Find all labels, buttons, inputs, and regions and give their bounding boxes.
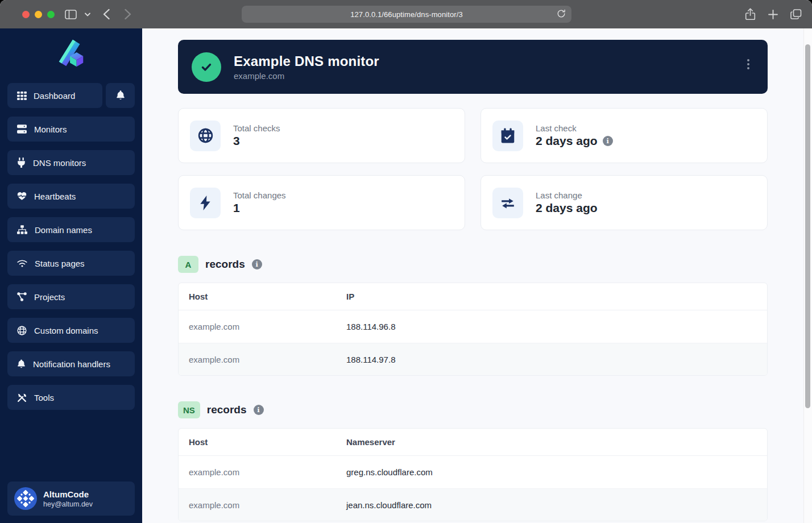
- stat-card-last-check: Last check 2 days ago i: [480, 108, 768, 163]
- monitor-options-kebab-icon[interactable]: [745, 57, 752, 72]
- sidebar-item-projects[interactable]: Projects: [7, 284, 135, 309]
- sidebar-item-tools[interactable]: Tools: [7, 385, 135, 410]
- url-text: 127.0.0.1/66uptime/dns-monitor/3: [350, 10, 463, 19]
- info-icon[interactable]: i: [254, 405, 264, 415]
- bell-icon: [116, 90, 125, 101]
- table-row: example.com greg.ns.cloudflare.com: [179, 456, 767, 488]
- nameserver-cell: greg.ns.cloudflare.com: [336, 467, 443, 477]
- sidebar-item-label: Status pages: [35, 259, 85, 268]
- sidebar-item-notification-handlers[interactable]: Notification handlers: [7, 351, 135, 376]
- sitemap-icon: [17, 225, 27, 234]
- stat-card-last-change: Last change 2 days ago: [480, 175, 768, 230]
- host-cell: example.com: [179, 322, 336, 331]
- table-header-row: Host IP: [179, 283, 767, 310]
- ns-records-section: NS records i Host Nameserver example.com…: [178, 401, 768, 521]
- monitor-hostname: example.com: [234, 71, 379, 81]
- sidebar-item-domain-names[interactable]: Domain names: [7, 217, 135, 242]
- monitor-header-card: Example DNS monitor example.com: [178, 40, 768, 94]
- tools-icon: [17, 393, 27, 402]
- back-button[interactable]: [103, 9, 110, 20]
- table-header-row: Host Nameserver: [179, 429, 767, 456]
- tab-overview-icon[interactable]: [790, 9, 802, 20]
- table-row: example.com 188.114.97.8: [179, 343, 767, 375]
- globe-icon: [17, 326, 27, 335]
- chevron-down-icon[interactable]: [85, 13, 90, 16]
- record-type-badge: NS: [178, 401, 200, 418]
- ns-records-table: Host Nameserver example.com greg.ns.clou…: [178, 428, 768, 521]
- sidebar-item-dns-monitors[interactable]: DNS monitors: [7, 150, 135, 175]
- zoom-window-button[interactable]: [47, 11, 55, 18]
- sidebar-item-label: Monitors: [34, 124, 67, 134]
- browser-window: 127.0.0.1/66uptime/dns-monitor/3: [0, 0, 812, 523]
- info-icon[interactable]: i: [252, 259, 262, 269]
- close-window-button[interactable]: [22, 11, 30, 18]
- stat-card-total-changes: Total changes 1: [178, 175, 465, 230]
- globe-icon: [190, 121, 221, 151]
- info-icon[interactable]: i: [603, 136, 613, 146]
- sidebar-item-label: Custom domains: [34, 326, 98, 335]
- sidebar-item-dashboard[interactable]: Dashboard: [7, 83, 102, 108]
- plug-icon: [17, 157, 26, 168]
- forward-button: [125, 9, 131, 20]
- ip-cell: 188.114.96.8: [336, 322, 405, 331]
- nameserver-cell: jean.ns.cloudflare.com: [336, 500, 442, 510]
- new-tab-icon[interactable]: [768, 10, 778, 19]
- sidebar-item-label: Domain names: [35, 225, 92, 235]
- server-icon: [17, 124, 27, 134]
- stat-label: Last check: [536, 123, 613, 133]
- bolt-icon: [190, 188, 221, 218]
- browser-toolbar: 127.0.0.1/66uptime/dns-monitor/3: [0, 0, 812, 28]
- wifi-icon: [17, 259, 27, 267]
- stat-value: 2 days ago: [536, 201, 598, 215]
- section-title: records: [205, 258, 245, 271]
- altumcode-logo-icon: [55, 39, 88, 74]
- table-row: example.com 188.114.96.8: [179, 310, 767, 343]
- sidebar-item-status-pages[interactable]: Status pages: [7, 251, 135, 276]
- sidebar-item-label: Notification handlers: [33, 359, 110, 369]
- ip-cell: 188.114.97.8: [336, 355, 405, 364]
- sidebar: Dashboard: [0, 28, 142, 523]
- account-email: hey@altum.dev: [43, 500, 93, 508]
- column-header: Nameserver: [336, 437, 405, 447]
- scrollbar-track[interactable]: [803, 28, 812, 523]
- host-cell: example.com: [179, 500, 336, 510]
- stat-value: 3: [233, 134, 280, 148]
- host-cell: example.com: [179, 467, 336, 477]
- section-title: records: [207, 404, 247, 416]
- sidebar-item-label: Dashboard: [34, 91, 75, 101]
- host-cell: example.com: [179, 355, 336, 364]
- sidebar-item-heartbeats[interactable]: Heartbeats: [7, 184, 135, 209]
- status-up-icon: [192, 52, 221, 82]
- bell-icon: [17, 359, 26, 369]
- sidebar-item-monitors[interactable]: Monitors: [7, 117, 135, 142]
- stat-value: 2 days ago: [536, 134, 598, 148]
- column-header: Host: [179, 437, 336, 447]
- record-type-badge: A: [178, 256, 198, 273]
- avatar: [14, 487, 37, 510]
- notifications-button[interactable]: [106, 83, 135, 108]
- stat-card-total-checks: Total checks 3: [178, 108, 465, 163]
- main-content: Example DNS monitor example.com Tota: [142, 28, 812, 523]
- calendar-check-icon: [492, 121, 523, 151]
- page-title: Example DNS monitor: [234, 53, 379, 69]
- stat-value: 1: [233, 201, 286, 215]
- share-nodes-icon: [17, 292, 27, 301]
- minimize-window-button[interactable]: [35, 11, 42, 18]
- share-icon[interactable]: [745, 8, 756, 20]
- column-header: Host: [179, 292, 336, 301]
- grid-icon: [17, 92, 27, 100]
- reload-icon[interactable]: [556, 9, 566, 19]
- a-records-section: A records i Host IP example.com 188.114.…: [178, 256, 768, 376]
- scrollbar-thumb[interactable]: [805, 44, 810, 408]
- sidebar-item-label: DNS monitors: [33, 158, 86, 168]
- sidebar-item-custom-domains[interactable]: Custom domains: [7, 318, 135, 343]
- column-header: IP: [336, 292, 364, 301]
- table-row: example.com jean.ns.cloudflare.com: [179, 488, 767, 521]
- sidebar-toggle-icon[interactable]: [65, 10, 77, 19]
- stat-label: Total changes: [233, 190, 286, 200]
- address-bar[interactable]: 127.0.0.1/66uptime/dns-monitor/3: [242, 6, 571, 23]
- stats-grid: Total checks 3: [178, 108, 768, 230]
- a-records-table: Host IP example.com 188.114.96.8 example…: [178, 283, 768, 376]
- sidebar-item-label: Tools: [34, 393, 54, 402]
- account-card[interactable]: AltumCode hey@altum.dev: [7, 482, 135, 516]
